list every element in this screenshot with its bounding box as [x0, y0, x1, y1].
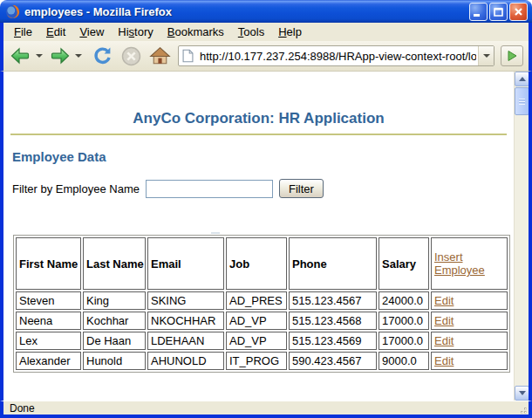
edit-link[interactable]: Edit [434, 354, 454, 367]
table-header-row: First Name Last Name Email Job Phone Sal… [16, 237, 508, 290]
title-rule [10, 134, 507, 135]
status-text: Done [3, 402, 515, 415]
url-input[interactable] [198, 47, 478, 65]
menu-item-bookmarks[interactable]: Bookmarks [160, 24, 231, 40]
filter-button[interactable]: Filter [279, 179, 324, 198]
url-bar[interactable] [178, 45, 494, 66]
stray-dash [211, 232, 220, 234]
cell-last-name: De Haan [83, 332, 146, 350]
edit-link[interactable]: Edit [434, 334, 454, 347]
cell-email: LDEHAAN [147, 332, 224, 350]
filter-input[interactable] [146, 180, 273, 198]
cell-salary: 24000.0 [379, 291, 429, 310]
menu-item-file[interactable]: File [7, 24, 39, 40]
back-dropdown-icon[interactable] [36, 54, 43, 58]
cell-first-name: Lex [16, 332, 81, 350]
browser-window: employees - Mozilla Firefox File Edit Vi… [0, 0, 532, 418]
menu-item-tools[interactable]: Tools [231, 24, 271, 40]
menu-item-help[interactable]: Help [271, 24, 309, 40]
cell-salary: 9000.0 [379, 352, 429, 370]
insert-employee-link[interactable]: Insert Employee [434, 250, 485, 277]
edit-link[interactable]: Edit [434, 294, 454, 307]
firefox-logo-icon [5, 4, 20, 19]
browser-viewport: AnyCo Corporation: HR Application Employ… [3, 72, 514, 401]
cell-action: Edit [431, 352, 508, 370]
column-header-action: Insert Employee [431, 237, 508, 290]
column-header-salary: Salary [379, 237, 429, 290]
table-row: Neena Kochhar NKOCHHAR AD_VP 515.123.456… [16, 312, 508, 330]
forward-dropdown-icon[interactable] [75, 54, 82, 58]
cell-salary: 17000.0 [379, 312, 429, 330]
reload-button[interactable] [92, 45, 113, 67]
back-button[interactable] [9, 45, 32, 66]
column-header-job: Job [226, 237, 287, 290]
column-header-phone: Phone [289, 237, 377, 290]
page-favicon-icon [182, 49, 194, 63]
cell-phone: 515.123.4568 [289, 312, 377, 330]
up-arrow-icon [519, 77, 526, 81]
cell-action: Edit [431, 332, 508, 350]
menu-item-view[interactable]: View [72, 24, 111, 40]
filter-label: Filter by Employee Name [12, 182, 140, 195]
cell-first-name: Neena [16, 312, 81, 330]
page-title: AnyCo Corporation: HR Application [3, 110, 514, 127]
cell-phone: 515.123.4567 [289, 291, 377, 310]
cell-action: Edit [431, 291, 508, 310]
home-button[interactable] [149, 45, 171, 67]
table-row: Steven King SKING AD_PRES 515.123.4567 2… [16, 291, 508, 310]
cell-job: IT_PROG [226, 352, 287, 370]
cell-phone: 515.123.4569 [289, 332, 377, 350]
cell-last-name: Hunold [83, 352, 146, 370]
down-arrow-icon [519, 391, 526, 395]
cell-salary: 17000.0 [379, 332, 429, 350]
cell-email: SKING [147, 291, 224, 310]
scroll-thumb[interactable] [515, 87, 529, 115]
cell-email: NKOCHHAR [147, 312, 224, 330]
cell-last-name: Kochhar [83, 312, 146, 330]
edit-link[interactable]: Edit [434, 314, 454, 327]
menu-bar: File Edit View History Bookmarks Tools H… [0, 23, 532, 41]
column-header-first-name: First Name [16, 237, 81, 290]
go-button[interactable] [501, 45, 523, 66]
stop-button[interactable] [120, 45, 142, 67]
window-title: employees - Mozilla Firefox [24, 5, 469, 18]
cell-job: AD_VP [226, 312, 287, 330]
maximize-button[interactable] [489, 3, 508, 21]
column-header-last-name: Last Name [83, 237, 146, 290]
menu-item-history[interactable]: History [111, 24, 160, 40]
employee-table: First Name Last Name Email Job Phone Sal… [13, 235, 510, 373]
cell-job: AD_PRES [226, 291, 287, 310]
url-dropdown-button[interactable] [478, 46, 494, 65]
menu-item-edit[interactable]: Edit [39, 24, 72, 40]
cell-phone: 590.423.4567 [289, 352, 377, 370]
cell-first-name: Steven [16, 291, 81, 310]
filter-row: Filter by Employee Name Filter [12, 179, 514, 198]
close-button[interactable] [509, 3, 528, 21]
cell-job: AD_VP [226, 332, 287, 350]
cell-last-name: King [83, 291, 146, 310]
cell-email: AHUNOLD [147, 352, 224, 370]
resize-grip[interactable] [515, 402, 528, 415]
section-title: Employee Data [12, 149, 514, 164]
table-row: Lex De Haan LDEHAAN AD_VP 515.123.4569 1… [16, 332, 508, 350]
navigation-toolbar [0, 41, 532, 72]
forward-button[interactable] [48, 45, 72, 66]
status-bar: Done [0, 401, 532, 418]
cell-action: Edit [431, 312, 508, 330]
column-header-email: Email [147, 237, 224, 290]
content-area: AnyCo Corporation: HR Application Employ… [0, 72, 532, 401]
scroll-down-button[interactable] [515, 386, 529, 401]
table-row: Alexander Hunold AHUNOLD IT_PROG 590.423… [16, 352, 508, 370]
minimize-button[interactable] [469, 3, 488, 21]
scroll-up-button[interactable] [515, 72, 529, 86]
title-bar: employees - Mozilla Firefox [0, 0, 532, 23]
cell-first-name: Alexander [16, 352, 81, 370]
vertical-scrollbar[interactable] [514, 72, 529, 401]
